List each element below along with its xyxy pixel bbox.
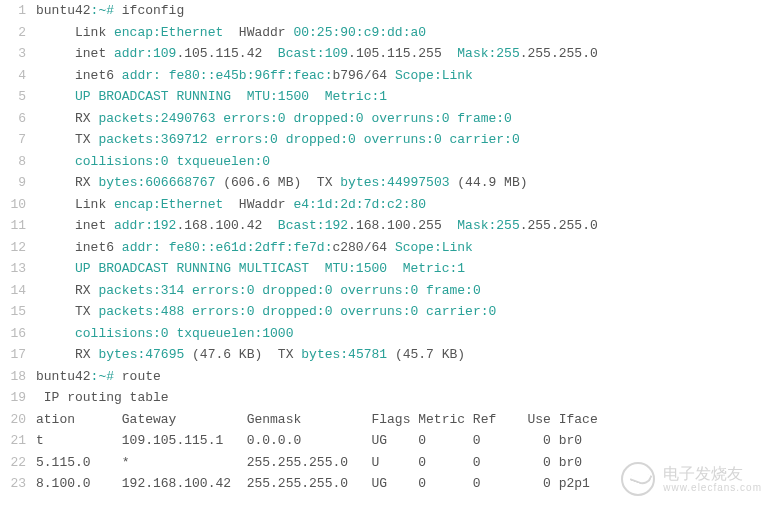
line-number: 9 <box>0 172 36 194</box>
code-token: Bcast:109 <box>278 46 348 61</box>
line-content: ation Gateway Genmask Flags Metric Ref U… <box>36 409 772 431</box>
code-token: :~# <box>91 3 114 18</box>
code-token: encap:Ethernet <box>114 197 223 212</box>
line-content: Link encap:Ethernet HWaddr e4:1d:2d:7d:c… <box>36 194 772 216</box>
line-content: collisions:0 txqueuelen:0 <box>36 151 772 173</box>
line-content: buntu42:~# route <box>36 366 772 388</box>
code-token <box>36 89 75 104</box>
line-number: 4 <box>0 65 36 87</box>
code-token: 5.115.0 * 255.255.255.0 U 0 0 0 br0 <box>36 455 582 470</box>
code-token: bytes:47695 <box>98 347 184 362</box>
line-content: Link encap:Ethernet HWaddr 00:25:90:c9:d… <box>36 22 772 44</box>
line-content: IP routing table <box>36 387 772 409</box>
code-token: RX <box>36 283 98 298</box>
code-token: route <box>114 369 161 384</box>
code-token: c280/64 <box>332 240 394 255</box>
code-token: RX <box>36 175 98 190</box>
line-content: UP BROADCAST RUNNING MTU:1500 Metric:1 <box>36 86 772 108</box>
code-token: t 109.105.115.1 0.0.0.0 UG 0 0 0 br0 <box>36 433 582 448</box>
code-token: IP routing table <box>36 390 169 405</box>
code-token: Scope:Link <box>395 240 473 255</box>
code-line: 18buntu42:~# route <box>0 366 772 388</box>
code-token: packets:2490763 errors:0 dropped:0 overr… <box>98 111 511 126</box>
line-number: 14 <box>0 280 36 302</box>
code-token: packets:314 errors:0 dropped:0 overruns:… <box>98 283 480 298</box>
code-token: HWaddr <box>223 25 293 40</box>
code-line: 3 inet addr:109.105.115.42 Bcast:109.105… <box>0 43 772 65</box>
line-content: RX packets:2490763 errors:0 dropped:0 ov… <box>36 108 772 130</box>
line-number: 23 <box>0 473 36 495</box>
code-line: 10 Link encap:Ethernet HWaddr e4:1d:2d:7… <box>0 194 772 216</box>
code-token <box>36 261 75 276</box>
line-number: 10 <box>0 194 36 216</box>
code-line: 21t 109.105.115.1 0.0.0.0 UG 0 0 0 br0 <box>0 430 772 452</box>
line-number: 12 <box>0 237 36 259</box>
line-content: 5.115.0 * 255.255.255.0 U 0 0 0 br0 <box>36 452 772 474</box>
line-content: TX packets:369712 errors:0 dropped:0 ove… <box>36 129 772 151</box>
line-number: 7 <box>0 129 36 151</box>
code-token: addr:192 <box>114 218 176 233</box>
code-line: 5 UP BROADCAST RUNNING MTU:1500 Metric:1 <box>0 86 772 108</box>
code-token: addr: fe80::e45b:96ff:feac: <box>122 68 333 83</box>
line-number: 1 <box>0 0 36 22</box>
code-line: 2 Link encap:Ethernet HWaddr 00:25:90:c9… <box>0 22 772 44</box>
code-token: Link <box>36 197 114 212</box>
line-number: 17 <box>0 344 36 366</box>
line-content: inet6 addr: fe80::e45b:96ff:feac:b796/64… <box>36 65 772 87</box>
code-token: .255.255.0 <box>520 46 598 61</box>
line-number: 2 <box>0 22 36 44</box>
line-content: RX bytes:606668767 (606.6 MB) TX bytes:4… <box>36 172 772 194</box>
code-token: TX <box>36 304 98 319</box>
code-token: encap:Ethernet <box>114 25 223 40</box>
code-token: bytes:606668767 <box>98 175 215 190</box>
code-token: bytes:44997503 <box>340 175 449 190</box>
line-content: TX packets:488 errors:0 dropped:0 overru… <box>36 301 772 323</box>
code-token: RX <box>36 111 98 126</box>
code-token: ifconfig <box>114 3 184 18</box>
code-token: .168.100.42 <box>176 218 277 233</box>
code-token: (45.7 KB) <box>387 347 465 362</box>
line-number: 19 <box>0 387 36 409</box>
line-number: 18 <box>0 366 36 388</box>
code-token: inet6 <box>36 68 122 83</box>
line-number: 22 <box>0 452 36 474</box>
line-number: 16 <box>0 323 36 345</box>
code-token: addr: fe80::e61d:2dff:fe7d: <box>122 240 333 255</box>
code-token: (606.6 MB) TX <box>215 175 340 190</box>
code-line: 13 UP BROADCAST RUNNING MULTICAST MTU:15… <box>0 258 772 280</box>
code-line: 1buntu42:~# ifconfig <box>0 0 772 22</box>
line-number: 5 <box>0 86 36 108</box>
code-line: 7 TX packets:369712 errors:0 dropped:0 o… <box>0 129 772 151</box>
code-token: Link <box>36 25 114 40</box>
code-token: .105.115.255 <box>348 46 457 61</box>
code-line: 12 inet6 addr: fe80::e61d:2dff:fe7d:c280… <box>0 237 772 259</box>
line-content: RX bytes:47695 (47.6 KB) TX bytes:45781 … <box>36 344 772 366</box>
line-content: inet addr:109.105.115.42 Bcast:109.105.1… <box>36 43 772 65</box>
line-number: 13 <box>0 258 36 280</box>
code-token: inet <box>36 46 114 61</box>
code-line: 4 inet6 addr: fe80::e45b:96ff:feac:b796/… <box>0 65 772 87</box>
code-line: 19 IP routing table <box>0 387 772 409</box>
code-token: (47.6 KB) TX <box>184 347 301 362</box>
line-content: buntu42:~# ifconfig <box>36 0 772 22</box>
code-line: 11 inet addr:192.168.100.42 Bcast:192.16… <box>0 215 772 237</box>
code-token: bytes:45781 <box>301 347 387 362</box>
code-token: e4:1d:2d:7d:c2:80 <box>293 197 426 212</box>
line-number: 6 <box>0 108 36 130</box>
code-token: .105.115.42 <box>176 46 277 61</box>
code-token: ation Gateway Genmask Flags Metric Ref U… <box>36 412 598 427</box>
code-line: 16 collisions:0 txqueuelen:1000 <box>0 323 772 345</box>
code-token: packets:488 errors:0 dropped:0 overruns:… <box>98 304 496 319</box>
line-content: inet6 addr: fe80::e61d:2dff:fe7d:c280/64… <box>36 237 772 259</box>
line-number: 3 <box>0 43 36 65</box>
code-line: 6 RX packets:2490763 errors:0 dropped:0 … <box>0 108 772 130</box>
code-token: Mask:255 <box>457 46 519 61</box>
code-token: Bcast:192 <box>278 218 348 233</box>
line-content: RX packets:314 errors:0 dropped:0 overru… <box>36 280 772 302</box>
line-content: t 109.105.115.1 0.0.0.0 UG 0 0 0 br0 <box>36 430 772 452</box>
code-token: Scope:Link <box>395 68 473 83</box>
line-content: collisions:0 txqueuelen:1000 <box>36 323 772 345</box>
code-line: 15 TX packets:488 errors:0 dropped:0 ove… <box>0 301 772 323</box>
line-number: 8 <box>0 151 36 173</box>
line-content: UP BROADCAST RUNNING MULTICAST MTU:1500 … <box>36 258 772 280</box>
